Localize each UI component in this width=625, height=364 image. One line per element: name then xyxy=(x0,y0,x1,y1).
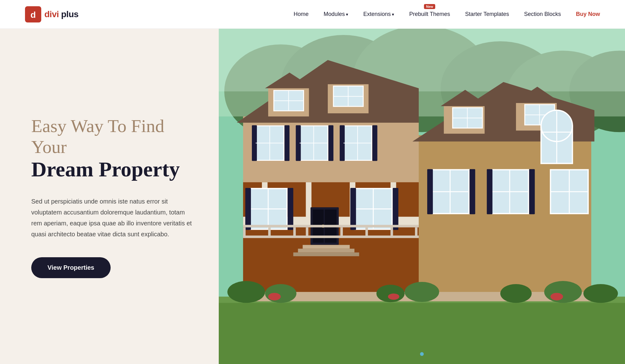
svg-rect-100 xyxy=(415,227,418,237)
svg-rect-68 xyxy=(288,188,293,230)
hero-right xyxy=(219,29,625,364)
svg-rect-63 xyxy=(293,253,359,256)
svg-point-105 xyxy=(228,281,265,303)
nav-link-modules[interactable]: Modules xyxy=(324,11,348,17)
svg-rect-27 xyxy=(284,125,289,161)
new-badge: New xyxy=(424,4,436,9)
house-illustration xyxy=(219,29,625,364)
svg-rect-72 xyxy=(350,188,356,230)
svg-rect-37 xyxy=(372,125,377,161)
svg-rect-73 xyxy=(393,188,398,230)
svg-point-109 xyxy=(500,284,532,303)
hero-title: Dream Property xyxy=(31,158,194,181)
svg-rect-82 xyxy=(487,169,492,214)
nav-item-starter-templates[interactable]: Starter Templates xyxy=(465,11,509,17)
nav-item-buy-now[interactable]: Buy Now xyxy=(576,11,600,17)
svg-point-110 xyxy=(544,281,582,303)
nav-item-extensions[interactable]: Extensions xyxy=(363,11,394,17)
svg-rect-62 xyxy=(298,249,355,253)
svg-point-114 xyxy=(551,293,563,300)
nav-link-buy-now[interactable]: Buy Now xyxy=(576,11,600,17)
svg-rect-83 xyxy=(529,169,535,214)
scroll-indicator xyxy=(420,352,424,356)
nav-item-prebuilt-themes[interactable]: New Prebuilt Themes xyxy=(409,11,450,17)
svg-point-106 xyxy=(265,284,296,303)
svg-point-108 xyxy=(405,282,439,302)
navbar: d divi plus Home Modules Extensions New … xyxy=(0,0,625,29)
hero-left: Easy Way To Find Your Dream Property Sed… xyxy=(0,29,219,364)
svg-point-111 xyxy=(583,284,618,303)
svg-text:d: d xyxy=(30,10,36,19)
nav-link-home[interactable]: Home xyxy=(294,11,309,17)
hero-subtitle: Easy Way To Find Your xyxy=(31,116,194,157)
view-properties-button[interactable]: View Properties xyxy=(31,257,111,278)
nav-link-section-blocks[interactable]: Section Blocks xyxy=(524,11,561,17)
divi-plus-logo-icon: d xyxy=(25,6,41,22)
nav-link-starter-templates[interactable]: Starter Templates xyxy=(465,11,509,17)
svg-rect-97 xyxy=(340,227,343,237)
svg-rect-95 xyxy=(293,227,296,237)
svg-rect-94 xyxy=(268,227,271,237)
svg-rect-61 xyxy=(303,245,350,249)
svg-rect-101 xyxy=(243,235,419,238)
svg-rect-78 xyxy=(470,169,475,214)
svg-rect-93 xyxy=(243,227,246,237)
hero-section: Easy Way To Find Your Dream Property Sed… xyxy=(0,29,625,364)
nav-item-modules[interactable]: Modules xyxy=(324,11,348,17)
svg-point-113 xyxy=(388,293,399,300)
nav-link-prebuilt-themes[interactable]: Prebuilt Themes xyxy=(409,11,450,17)
hero-house-image xyxy=(219,29,625,364)
nav-item-section-blocks[interactable]: Section Blocks xyxy=(524,11,561,17)
logo-text: divi plus xyxy=(44,9,78,19)
svg-rect-32 xyxy=(328,125,333,161)
nav-links: Home Modules Extensions New Prebuilt The… xyxy=(294,11,600,17)
svg-rect-92 xyxy=(243,225,419,227)
nav-item-home[interactable]: Home xyxy=(294,11,309,17)
svg-point-112 xyxy=(268,293,281,300)
svg-rect-96 xyxy=(306,227,308,237)
svg-point-107 xyxy=(376,285,404,302)
nav-link-extensions[interactable]: Extensions xyxy=(363,11,394,17)
svg-rect-99 xyxy=(391,227,393,237)
svg-rect-67 xyxy=(245,188,251,230)
logo[interactable]: d divi plus xyxy=(25,6,78,22)
svg-rect-77 xyxy=(427,169,433,214)
hero-description: Sed ut perspiciatis unde omnis iste natu… xyxy=(31,196,194,240)
svg-rect-98 xyxy=(365,227,368,237)
